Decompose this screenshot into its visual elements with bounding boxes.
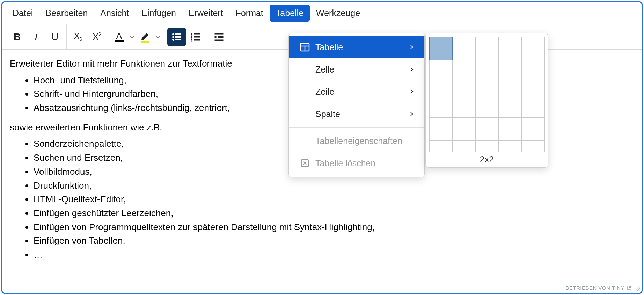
grid-cell[interactable] [521,71,533,83]
dd-item-zelle[interactable]: Zelle [289,58,424,81]
grid-cell[interactable] [452,71,464,83]
grid-cell[interactable] [521,48,533,60]
grid-cell[interactable] [487,129,499,141]
menu-bearbeiten[interactable]: Bearbeiten [39,5,94,22]
grid-cell[interactable] [521,106,533,118]
grid-cell[interactable] [464,83,476,94]
grid-cell[interactable] [498,117,510,129]
grid-cell[interactable] [464,48,476,60]
grid-cell[interactable] [475,140,487,152]
grid-cell[interactable] [498,71,510,83]
grid-cell[interactable] [464,60,476,71]
grid-cell[interactable] [521,129,533,141]
grid-cell[interactable] [429,48,441,60]
grid-cell[interactable] [533,37,545,48]
grid-cell[interactable] [498,37,510,48]
menu-erweitert[interactable]: Erweitert [182,5,229,22]
grid-cell[interactable] [464,71,476,83]
dd-item-tabelle[interactable]: Tabelle [289,36,424,58]
grid-cell[interactable] [510,60,522,71]
grid-cell[interactable] [498,106,510,118]
grid-cell[interactable] [521,83,533,94]
grid-cell[interactable] [533,94,545,106]
grid-cell[interactable] [521,37,533,48]
grid-cell[interactable] [533,71,545,83]
grid-cell[interactable] [452,48,464,60]
menu-format[interactable]: Format [229,5,270,22]
grid-cell[interactable] [475,71,487,83]
grid-cell[interactable] [452,83,464,94]
grid-cell[interactable] [475,48,487,60]
grid-cell[interactable] [452,60,464,71]
text-color-dropdown[interactable] [127,34,137,40]
grid-cell[interactable] [498,83,510,94]
grid-cell[interactable] [464,129,476,141]
grid-cell[interactable] [510,129,522,141]
dd-item-spalte[interactable]: Spalte [289,103,424,125]
underline-button[interactable]: U [45,28,64,46]
grid-cell[interactable] [533,117,545,129]
grid-cell[interactable] [498,94,510,106]
grid-cell[interactable] [487,71,499,83]
numbered-list-button[interactable]: 1 2 3 [186,28,205,46]
grid-cell[interactable] [510,71,522,83]
grid-cell[interactable] [441,129,453,141]
grid-cell[interactable] [475,129,487,141]
grid-cell[interactable] [441,60,453,71]
superscript-button[interactable]: X2 [88,28,107,46]
powered-by-label[interactable]: BETRIEBEN VON TINY [565,285,631,291]
grid-cell[interactable] [441,117,453,129]
grid-cell[interactable] [510,48,522,60]
grid-cell[interactable] [475,117,487,129]
italic-button[interactable]: I [27,28,45,46]
grid-cell[interactable] [510,94,522,106]
grid-picker-grid[interactable] [429,37,544,152]
grid-cell[interactable] [452,129,464,141]
grid-cell[interactable] [487,83,499,94]
highlight-color-button[interactable] [137,28,153,46]
grid-cell[interactable] [452,106,464,118]
grid-cell[interactable] [521,140,533,152]
grid-cell[interactable] [464,94,476,106]
grid-cell[interactable] [452,37,464,48]
grid-cell[interactable] [429,71,441,83]
grid-cell[interactable] [487,117,499,129]
grid-cell[interactable] [487,60,499,71]
grid-cell[interactable] [487,140,499,152]
grid-cell[interactable] [464,117,476,129]
grid-cell[interactable] [521,94,533,106]
grid-cell[interactable] [487,48,499,60]
grid-cell[interactable] [533,60,545,71]
grid-cell[interactable] [498,140,510,152]
grid-cell[interactable] [441,140,453,152]
grid-cell[interactable] [533,83,545,94]
grid-cell[interactable] [510,83,522,94]
grid-cell[interactable] [521,60,533,71]
menu-tabelle[interactable]: Tabelle [270,5,310,22]
menu-einfuegen[interactable]: Einfügen [135,5,182,22]
grid-cell[interactable] [441,106,453,118]
grid-cell[interactable] [441,71,453,83]
grid-cell[interactable] [429,37,441,48]
grid-cell[interactable] [429,106,441,118]
indent-button[interactable] [210,28,228,46]
grid-cell[interactable] [441,37,453,48]
grid-cell[interactable] [452,94,464,106]
text-color-button[interactable]: A [111,28,127,46]
bold-button[interactable]: B [8,28,27,46]
grid-cell[interactable] [429,94,441,106]
grid-cell[interactable] [464,106,476,118]
grid-cell[interactable] [464,140,476,152]
highlight-color-dropdown[interactable] [153,34,163,40]
grid-cell[interactable] [498,60,510,71]
menu-datei[interactable]: Datei [6,5,39,22]
menu-ansicht[interactable]: Ansicht [94,5,135,22]
grid-cell[interactable] [533,129,545,141]
bullet-list-button[interactable] [167,28,186,46]
grid-cell[interactable] [487,37,499,48]
subscript-button[interactable]: X2 [69,28,88,46]
grid-cell[interactable] [475,106,487,118]
grid-cell[interactable] [510,117,522,129]
grid-cell[interactable] [475,60,487,71]
grid-cell[interactable] [533,140,545,152]
